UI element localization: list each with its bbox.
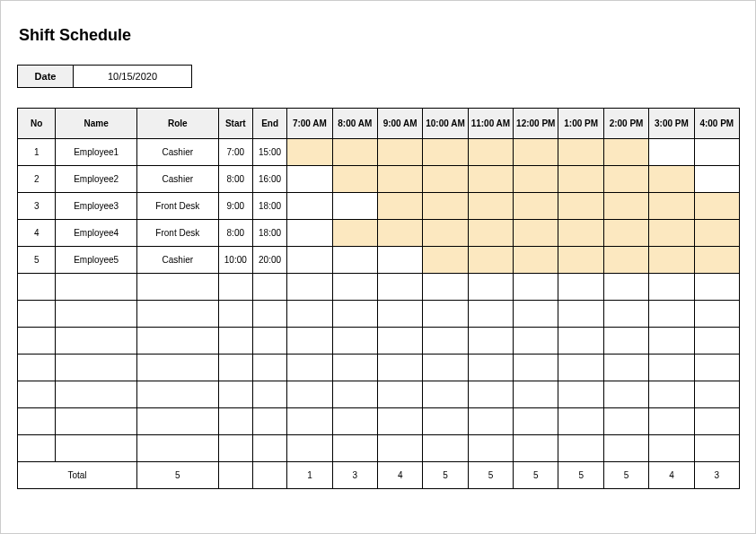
cell-name: Employee3 [56,193,137,220]
header-hour-1: 8:00 AM [332,109,377,139]
cell-empty [514,355,558,381]
header-hour-0: 7:00 AM [287,109,332,139]
cell-hour-4 [468,139,513,166]
cell-empty [252,435,286,462]
cell-empty [603,355,648,381]
cell-empty [694,328,739,355]
cell-empty [558,435,603,462]
cell-start: 8:00 [218,220,252,247]
cell-hour-6 [558,139,603,166]
header-hour-8: 3:00 PM [649,109,694,139]
date-label: Date [18,66,74,87]
cell-hour-9 [694,220,739,247]
cell-empty [649,408,694,435]
cell-empty [514,408,558,435]
cell-hour-4 [468,220,513,247]
cell-empty [514,435,558,462]
cell-hour-7 [603,139,648,166]
cell-empty [377,274,422,301]
cell-empty [377,381,422,408]
cell-hour-4 [468,166,513,193]
total-hour-8: 4 [649,462,694,489]
cell-empty [377,301,422,328]
cell-hour-9 [694,193,739,220]
cell-hour-6 [558,193,603,220]
cell-start: 7:00 [218,139,252,166]
cell-empty [377,355,422,381]
table-row-empty [18,301,740,328]
cell-empty [136,355,218,381]
cell-empty [603,274,648,301]
cell-hour-1 [332,193,377,220]
total-hour-0: 1 [287,462,332,489]
cell-empty [332,408,377,435]
cell-empty [468,408,513,435]
cell-empty [18,355,56,381]
cell-hour-1 [332,247,377,274]
cell-empty [56,381,137,408]
cell-empty [558,355,603,381]
cell-end: 18:00 [252,220,286,247]
cell-empty [136,328,218,355]
cell-empty [423,328,468,355]
cell-empty [252,408,286,435]
cell-hour-5 [514,220,558,247]
cell-empty [558,381,603,408]
cell-empty [18,435,56,462]
cell-empty [252,355,286,381]
cell-empty [252,381,286,408]
cell-empty [18,408,56,435]
cell-empty [558,301,603,328]
header-hour-7: 2:00 PM [603,109,648,139]
schedule-table: NoNameRoleStartEnd7:00 AM8:00 AM9:00 AM1… [17,108,740,489]
cell-empty [287,355,332,381]
cell-empty [218,355,252,381]
page-title: Shift Schedule [19,26,739,45]
header-hour-2: 9:00 AM [377,109,422,139]
cell-empty [136,435,218,462]
cell-hour-8 [649,220,694,247]
cell-empty [468,301,513,328]
cell-empty [136,301,218,328]
cell-hour-1 [332,220,377,247]
cell-hour-7 [603,193,648,220]
cell-hour-2 [377,193,422,220]
header-hour-3: 10:00 AM [423,109,468,139]
table-row-empty [18,355,740,381]
cell-empty [218,274,252,301]
cell-hour-5 [514,193,558,220]
total-label: Total [18,462,137,489]
cell-hour-8 [649,166,694,193]
cell-empty [56,274,137,301]
cell-role: Front Desk [136,193,218,220]
cell-empty [377,328,422,355]
total-hour-3: 5 [423,462,468,489]
cell-empty [694,355,739,381]
cell-empty [218,435,252,462]
header-name: Name [56,109,137,139]
table-row: 5Employee5Cashier10:0020:00 [18,247,740,274]
total-hour-4: 5 [468,462,513,489]
total-row: Total51345555543 [18,462,740,489]
table-row: 4Employee4Front Desk8:0018:00 [18,220,740,247]
cell-empty [423,274,468,301]
cell-empty [468,328,513,355]
cell-hour-8 [649,247,694,274]
cell-empty [56,408,137,435]
cell-end: 16:00 [252,166,286,193]
table-header: NoNameRoleStartEnd7:00 AM8:00 AM9:00 AM1… [18,109,740,139]
cell-empty [468,274,513,301]
cell-no: 3 [18,193,56,220]
total-hour-1: 3 [332,462,377,489]
cell-empty [218,328,252,355]
cell-empty [218,301,252,328]
cell-empty [332,301,377,328]
table-row-empty [18,328,740,355]
cell-empty [514,301,558,328]
cell-empty [468,435,513,462]
cell-empty [558,408,603,435]
cell-end: 18:00 [252,193,286,220]
cell-name: Employee4 [56,220,137,247]
cell-hour-0 [287,166,332,193]
cell-empty [694,435,739,462]
